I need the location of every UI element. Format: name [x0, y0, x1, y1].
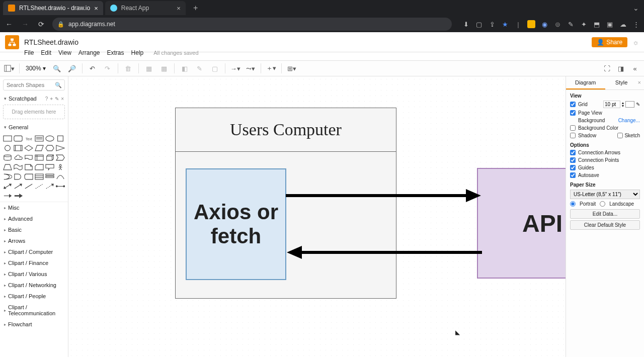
shadow-icon[interactable]: ▢ — [209, 62, 221, 74]
ext-icon[interactable]: ⬒ — [593, 20, 601, 28]
profile-icon[interactable]: ☁ — [619, 20, 627, 28]
chevron-down-icon[interactable]: ⌄ — [633, 4, 639, 12]
ext-icon[interactable]: ⊚ — [553, 20, 561, 28]
redo-icon[interactable]: ↷ — [102, 62, 114, 74]
ext-icon[interactable]: ◉ — [540, 20, 548, 28]
close-icon[interactable]: × — [94, 5, 98, 12]
general-section[interactable]: ▾General — [0, 122, 68, 132]
shape-dashed-bi[interactable] — [35, 182, 44, 190]
shape-cloud[interactable] — [14, 153, 23, 161]
share-icon[interactable]: ⇪ — [488, 20, 496, 28]
close-icon[interactable]: × — [61, 96, 64, 102]
shape-step[interactable] — [56, 153, 65, 161]
to-back-icon[interactable]: ▩ — [158, 62, 170, 74]
insert-icon[interactable]: ＋▾ — [265, 62, 277, 74]
sketch-checkbox[interactable] — [617, 133, 623, 138]
close-icon[interactable]: × — [638, 79, 641, 85]
edit-data-button[interactable]: Edit Data... — [570, 209, 640, 219]
to-front-icon[interactable]: ▦ — [143, 62, 155, 74]
shape-rect[interactable] — [3, 134, 12, 142]
shape-line[interactable] — [24, 182, 33, 190]
guides-checkbox[interactable] — [570, 165, 576, 170]
conn-points-checkbox[interactable] — [570, 157, 576, 163]
browser-tab-active[interactable]: RTLSheet.drawio - draw.io × — [3, 1, 103, 15]
shape-and[interactable] — [14, 172, 23, 180]
shape-actor[interactable] — [56, 163, 65, 171]
shape-cube[interactable] — [45, 153, 54, 161]
zoom-select[interactable]: 300% ▾ — [24, 65, 48, 72]
node-axios-fetch[interactable]: Axios or fetch — [186, 168, 286, 280]
menu-edit[interactable]: Edit — [41, 49, 51, 56]
shape-list2[interactable] — [45, 172, 54, 180]
table-icon[interactable]: ⊞▾ — [286, 62, 298, 74]
menu-extras[interactable]: Extras — [107, 49, 124, 56]
shape-hexagon[interactable] — [45, 144, 54, 152]
close-icon[interactable]: × — [177, 5, 181, 12]
help-icon[interactable]: ? — [45, 96, 48, 102]
shape-cylinder[interactable] — [3, 153, 12, 161]
cat-item[interactable]: ▸Clipart / Networking — [0, 280, 68, 291]
shape-list[interactable] — [35, 172, 44, 180]
ext-icon[interactable]: ✎ — [567, 20, 575, 28]
cat-item[interactable]: ▸Basic — [0, 224, 68, 235]
document-title[interactable]: RTLSheet.drawio — [24, 38, 78, 46]
shape-process[interactable] — [14, 144, 23, 152]
shadow-checkbox[interactable] — [570, 133, 576, 138]
shape-dashed[interactable] — [45, 182, 54, 190]
grid-color[interactable] — [625, 101, 634, 108]
shape-tape[interactable] — [14, 163, 23, 171]
menu-file[interactable]: File — [24, 49, 34, 56]
ext-icon[interactable]: ▣ — [606, 20, 614, 28]
bookmark-icon[interactable]: ★ — [501, 20, 509, 28]
share-button[interactable]: 👤 Share — [592, 37, 627, 47]
drawio-logo[interactable] — [5, 35, 19, 49]
fill-color-icon[interactable]: ◧ — [179, 62, 191, 74]
conn-arrows-checkbox[interactable] — [570, 150, 576, 155]
new-tab-button[interactable]: + — [190, 2, 202, 14]
menu-help[interactable]: Help — [131, 49, 144, 56]
fullscreen-icon[interactable]: ⛶ — [601, 62, 613, 74]
cat-item[interactable]: ▸Clipart / Finance — [0, 257, 68, 268]
cat-item[interactable]: ▸Clipart / People — [0, 291, 68, 302]
papersize-select[interactable]: US-Letter (8,5" x 11") — [570, 190, 640, 199]
ext-icon[interactable] — [527, 20, 535, 28]
format-panel-icon[interactable]: ◨ — [615, 62, 627, 74]
shape-triangle[interactable] — [56, 144, 65, 152]
tab-diagram[interactable]: Diagram — [566, 76, 605, 89]
brightness-icon[interactable]: ☼ — [632, 38, 639, 46]
cat-item[interactable]: ▸Misc — [0, 202, 68, 213]
search-icon[interactable]: 🔍 — [55, 82, 62, 88]
autosave-checkbox[interactable] — [570, 172, 576, 178]
browser-tab[interactable]: React App × — [105, 1, 186, 15]
shape-note[interactable] — [24, 163, 33, 171]
shape-internal[interactable] — [35, 153, 44, 161]
shape-trapezoid[interactable] — [3, 163, 12, 171]
shape-link-bi[interactable] — [56, 182, 65, 190]
shape-textbox[interactable] — [35, 134, 44, 142]
canvas[interactable]: Users Computer Axios or fetch API ◣ — [68, 76, 566, 357]
grid-checkbox[interactable] — [570, 102, 576, 107]
shape-or[interactable] — [3, 172, 12, 180]
arrow-from-api[interactable] — [286, 245, 482, 260]
pageview-checkbox[interactable] — [570, 110, 576, 116]
shape-datastore[interactable] — [24, 172, 33, 180]
back-icon[interactable]: ← — [4, 20, 14, 28]
shape-ellipse[interactable] — [45, 134, 54, 142]
landscape-radio[interactable] — [600, 201, 605, 207]
clear-default-button[interactable]: Clear Default Style — [570, 220, 640, 230]
shape-text[interactable]: Text — [24, 134, 33, 142]
container-users-computer[interactable]: Users Computer Axios or fetch — [175, 108, 396, 299]
add-icon[interactable]: + — [50, 96, 53, 102]
shape-link[interactable] — [3, 192, 12, 200]
collapse-icon[interactable]: « — [629, 62, 641, 74]
cat-item[interactable]: ▸Arrows — [0, 235, 68, 246]
bgcolor-checkbox[interactable] — [570, 125, 576, 131]
shape-diamond[interactable] — [24, 144, 33, 152]
shape-callout[interactable] — [45, 163, 54, 171]
shape-square[interactable] — [56, 134, 65, 142]
portrait-radio[interactable] — [570, 201, 576, 207]
download-icon[interactable]: ⬇ — [462, 20, 470, 28]
scratchpad-drop[interactable]: Drag elements here — [3, 105, 65, 119]
zoom-in-icon[interactable]: 🔍 — [51, 62, 63, 74]
line-color-icon[interactable]: ✎ — [194, 62, 206, 74]
